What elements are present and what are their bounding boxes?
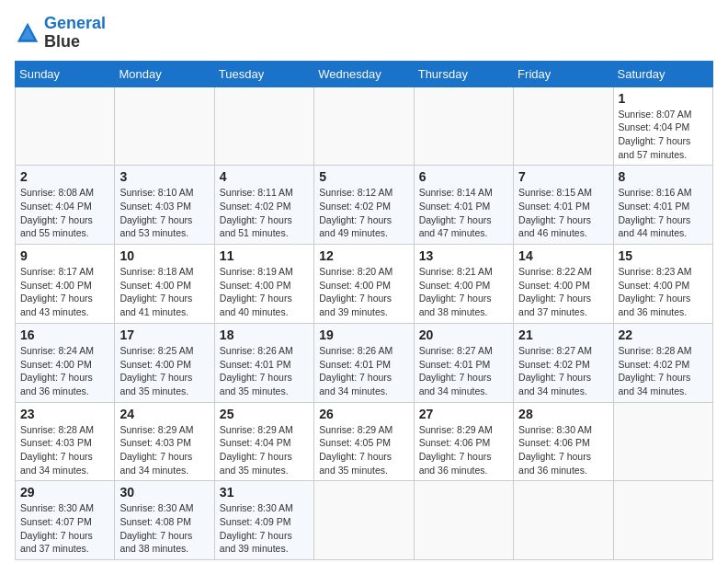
calendar-week-1: 2Sunrise: 8:08 AM Sunset: 4:04 PM Daylig… (16, 166, 713, 245)
day-details: Sunrise: 8:27 AM Sunset: 4:02 PM Dayligh… (518, 345, 592, 396)
day-details: Sunrise: 8:27 AM Sunset: 4:01 PM Dayligh… (419, 345, 493, 396)
day-number: 7 (518, 169, 608, 184)
day-details: Sunrise: 8:17 AM Sunset: 4:00 PM Dayligh… (20, 266, 94, 317)
day-number: 13 (419, 248, 508, 263)
calendar-week-5: 29Sunrise: 8:30 AM Sunset: 4:07 PM Dayli… (16, 481, 713, 560)
calendar-cell: 18Sunrise: 8:26 AM Sunset: 4:01 PM Dayli… (214, 323, 313, 402)
day-number: 27 (419, 407, 508, 421)
day-details: Sunrise: 8:30 AM Sunset: 4:08 PM Dayligh… (119, 502, 193, 554)
day-number: 14 (518, 248, 608, 263)
calendar-week-4: 23Sunrise: 8:28 AM Sunset: 4:03 PM Dayli… (16, 402, 713, 481)
calendar-cell: 3Sunrise: 8:10 AM Sunset: 4:03 PM Daylig… (115, 166, 214, 245)
day-details: Sunrise: 8:21 AM Sunset: 4:00 PM Dayligh… (419, 266, 493, 317)
day-details: Sunrise: 8:29 AM Sunset: 4:05 PM Dayligh… (319, 424, 392, 476)
calendar-cell (613, 481, 712, 560)
day-number: 15 (619, 248, 708, 263)
calendar-cell: 13Sunrise: 8:21 AM Sunset: 4:00 PM Dayli… (414, 245, 513, 324)
calendar-cell: 17Sunrise: 8:25 AM Sunset: 4:00 PM Dayli… (115, 323, 214, 402)
day-details: Sunrise: 8:30 AM Sunset: 4:09 PM Dayligh… (220, 502, 293, 554)
day-details: Sunrise: 8:20 AM Sunset: 4:00 PM Dayligh… (319, 266, 392, 317)
day-details: Sunrise: 8:29 AM Sunset: 4:04 PM Dayligh… (220, 424, 293, 476)
calendar-cell: 25Sunrise: 8:29 AM Sunset: 4:04 PM Dayli… (214, 402, 313, 481)
calendar-week-2: 9Sunrise: 8:17 AM Sunset: 4:00 PM Daylig… (16, 245, 713, 324)
day-number: 3 (119, 169, 209, 184)
calendar-cell (314, 481, 414, 560)
calendar-cell: 15Sunrise: 8:23 AM Sunset: 4:00 PM Dayli… (613, 245, 712, 324)
day-number: 25 (220, 407, 309, 421)
day-details: Sunrise: 8:07 AM Sunset: 4:04 PM Dayligh… (619, 109, 692, 160)
calendar-cell: 6Sunrise: 8:14 AM Sunset: 4:01 PM Daylig… (414, 166, 513, 245)
calendar-cell (115, 86, 214, 166)
calendar-cell: 8Sunrise: 8:16 AM Sunset: 4:01 PM Daylig… (613, 166, 712, 245)
day-details: Sunrise: 8:15 AM Sunset: 4:01 PM Dayligh… (518, 187, 592, 238)
day-number: 20 (419, 327, 508, 342)
calendar-cell (414, 86, 513, 166)
col-header-friday: Friday (514, 61, 613, 86)
day-details: Sunrise: 8:26 AM Sunset: 4:01 PM Dayligh… (319, 345, 392, 396)
day-details: Sunrise: 8:28 AM Sunset: 4:03 PM Dayligh… (20, 424, 94, 476)
day-number: 1 (619, 91, 708, 106)
day-number: 29 (20, 485, 109, 500)
col-header-sunday: Sunday (16, 61, 115, 86)
calendar-cell (314, 86, 414, 166)
calendar-cell: 21Sunrise: 8:27 AM Sunset: 4:02 PM Dayli… (514, 323, 613, 402)
day-details: Sunrise: 8:28 AM Sunset: 4:02 PM Dayligh… (619, 345, 692, 396)
day-details: Sunrise: 8:26 AM Sunset: 4:01 PM Dayligh… (220, 345, 293, 396)
logo: General Blue (15, 15, 106, 52)
calendar-cell (16, 86, 115, 166)
calendar-cell: 24Sunrise: 8:29 AM Sunset: 4:03 PM Dayli… (115, 402, 214, 481)
calendar-week-3: 16Sunrise: 8:24 AM Sunset: 4:00 PM Dayli… (16, 323, 713, 402)
day-details: Sunrise: 8:29 AM Sunset: 4:03 PM Dayligh… (119, 424, 193, 476)
day-details: Sunrise: 8:22 AM Sunset: 4:00 PM Dayligh… (518, 266, 592, 317)
calendar-cell: 2Sunrise: 8:08 AM Sunset: 4:04 PM Daylig… (16, 166, 115, 245)
col-header-tuesday: Tuesday (214, 61, 313, 86)
day-number: 16 (20, 327, 109, 342)
day-number: 18 (220, 327, 309, 342)
day-number: 21 (518, 327, 608, 342)
calendar-cell: 23Sunrise: 8:28 AM Sunset: 4:03 PM Dayli… (16, 402, 115, 481)
day-number: 6 (419, 169, 508, 184)
calendar-cell: 20Sunrise: 8:27 AM Sunset: 4:01 PM Dayli… (414, 323, 513, 402)
day-number: 2 (20, 169, 109, 184)
calendar-cell: 29Sunrise: 8:30 AM Sunset: 4:07 PM Dayli… (16, 481, 115, 560)
calendar-cell: 5Sunrise: 8:12 AM Sunset: 4:02 PM Daylig… (314, 166, 414, 245)
day-details: Sunrise: 8:24 AM Sunset: 4:00 PM Dayligh… (20, 345, 94, 396)
page-header: General Blue (15, 15, 713, 52)
calendar-cell: 10Sunrise: 8:18 AM Sunset: 4:00 PM Dayli… (115, 245, 214, 324)
calendar-cell: 26Sunrise: 8:29 AM Sunset: 4:05 PM Dayli… (314, 402, 414, 481)
calendar-cell: 19Sunrise: 8:26 AM Sunset: 4:01 PM Dayli… (314, 323, 414, 402)
col-header-wednesday: Wednesday (314, 61, 414, 86)
calendar-cell: 22Sunrise: 8:28 AM Sunset: 4:02 PM Dayli… (613, 323, 712, 402)
day-details: Sunrise: 8:12 AM Sunset: 4:02 PM Dayligh… (319, 187, 392, 238)
calendar-cell (214, 86, 313, 166)
col-header-monday: Monday (115, 61, 214, 86)
col-header-saturday: Saturday (613, 61, 712, 86)
calendar-cell (514, 86, 613, 166)
col-header-thursday: Thursday (414, 61, 513, 86)
day-number: 23 (20, 407, 109, 421)
day-details: Sunrise: 8:30 AM Sunset: 4:07 PM Dayligh… (20, 502, 94, 554)
calendar-cell: 12Sunrise: 8:20 AM Sunset: 4:00 PM Dayli… (314, 245, 414, 324)
day-details: Sunrise: 8:29 AM Sunset: 4:06 PM Dayligh… (419, 424, 493, 476)
day-details: Sunrise: 8:25 AM Sunset: 4:00 PM Dayligh… (119, 345, 193, 396)
calendar-cell (414, 481, 513, 560)
day-number: 9 (20, 248, 109, 263)
calendar-cell (613, 402, 712, 481)
calendar-cell: 11Sunrise: 8:19 AM Sunset: 4:00 PM Dayli… (214, 245, 313, 324)
day-details: Sunrise: 8:16 AM Sunset: 4:01 PM Dayligh… (619, 187, 692, 238)
calendar-cell: 4Sunrise: 8:11 AM Sunset: 4:02 PM Daylig… (214, 166, 313, 245)
day-details: Sunrise: 8:23 AM Sunset: 4:00 PM Dayligh… (619, 266, 692, 317)
day-number: 26 (319, 407, 408, 421)
calendar-cell: 30Sunrise: 8:30 AM Sunset: 4:08 PM Dayli… (115, 481, 214, 560)
calendar-cell: 9Sunrise: 8:17 AM Sunset: 4:00 PM Daylig… (16, 245, 115, 324)
calendar-week-0: 1Sunrise: 8:07 AM Sunset: 4:04 PM Daylig… (16, 86, 713, 166)
calendar-cell: 16Sunrise: 8:24 AM Sunset: 4:00 PM Dayli… (16, 323, 115, 402)
day-number: 10 (119, 248, 209, 263)
calendar-cell (514, 481, 613, 560)
day-number: 24 (119, 407, 209, 421)
day-number: 28 (518, 407, 608, 421)
calendar-cell: 1Sunrise: 8:07 AM Sunset: 4:04 PM Daylig… (613, 86, 712, 166)
calendar-table: SundayMondayTuesdayWednesdayThursdayFrid… (15, 61, 713, 561)
day-number: 11 (220, 248, 309, 263)
day-number: 22 (619, 327, 708, 342)
